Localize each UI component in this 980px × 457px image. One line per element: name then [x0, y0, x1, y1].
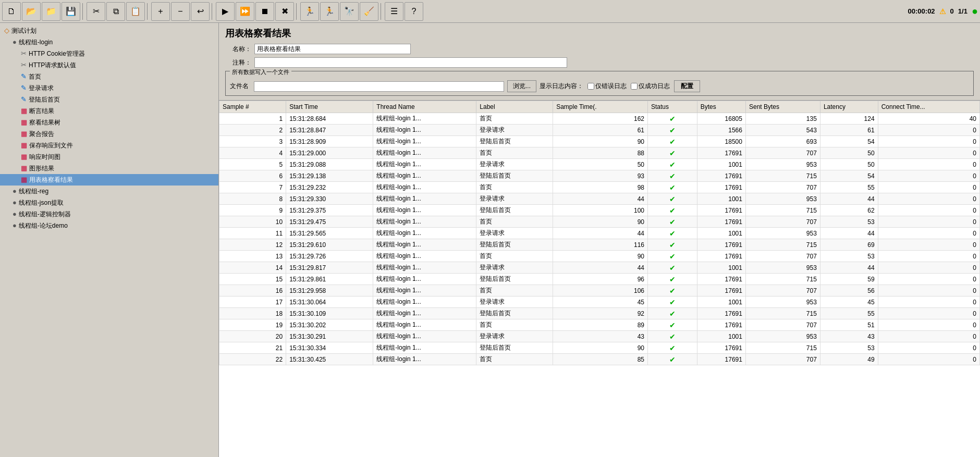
- help-button[interactable]: ?: [405, 2, 423, 21]
- table-row[interactable]: 2115:31:30.334线程组-login 1...登陆后首页90✔1769…: [219, 342, 980, 354]
- table-row[interactable]: 1215:31:29.610线程组-login 1...登陆后首页116✔176…: [219, 239, 980, 251]
- start-no-pause-button[interactable]: ⏩: [236, 2, 254, 21]
- col-header-0[interactable]: Sample #: [219, 101, 286, 113]
- sidebar-item-thread-group-logic[interactable]: ●线程组-逻辑控制器: [0, 208, 218, 220]
- table-row[interactable]: 115:31:28.684线程组-login 1...首页162✔1680513…: [219, 113, 980, 125]
- undo-button[interactable]: ↩: [191, 2, 210, 21]
- table-row[interactable]: 1615:31:29.958线程组-login 1...首页106✔176917…: [219, 285, 980, 297]
- file-name-input[interactable]: [254, 81, 504, 92]
- table-row[interactable]: 915:31:29.375线程组-login 1...登陆后首页100✔1769…: [219, 205, 980, 216]
- name-input[interactable]: [254, 44, 411, 54]
- add-button[interactable]: +: [151, 2, 170, 21]
- table-cell-18-8: 51: [820, 319, 878, 331]
- open-button[interactable]: 📁: [42, 2, 60, 21]
- table-row[interactable]: 815:31:29.330线程组-login 1...登录请求44✔100195…: [219, 193, 980, 205]
- shutdown-button[interactable]: ✖: [275, 2, 294, 21]
- cut-button[interactable]: ✂: [87, 2, 105, 21]
- table-row[interactable]: 515:31:29.088线程组-login 1...登录请求50✔100195…: [219, 159, 980, 170]
- sidebar-item-aggregate-report[interactable]: ▦聚合报告: [0, 128, 218, 140]
- table-row[interactable]: 2015:31:30.291线程组-login 1...登录请求43✔10019…: [219, 331, 980, 342]
- table-row[interactable]: 215:31:28.847线程组-login 1...登录请求61✔156654…: [219, 125, 980, 136]
- col-header-7[interactable]: Sent Bytes: [745, 101, 820, 113]
- table-cell-7-1: 15:31:29.330: [286, 193, 373, 205]
- table-cell-18-9: 0: [878, 319, 979, 331]
- browse1-button[interactable]: 🏃: [300, 2, 319, 21]
- col-header-3[interactable]: Label: [476, 101, 553, 113]
- error-log-checkbox-label[interactable]: 仅错误日志: [587, 82, 627, 91]
- col-header-6[interactable]: Bytes: [697, 101, 745, 113]
- col-header-4[interactable]: Sample Time(.: [553, 101, 648, 113]
- config-button[interactable]: 配置: [674, 80, 700, 92]
- table-cell-3-7: 707: [745, 147, 820, 159]
- sidebar-item-thread-group-forum[interactable]: ●线程组-论坛demo: [0, 220, 218, 231]
- table-row[interactable]: 1415:31:29.817线程组-login 1...登录请求44✔10019…: [219, 262, 980, 274]
- sidebar-item-assert-result[interactable]: ▦断言结果: [0, 105, 218, 117]
- col-header-9[interactable]: Connect Time...: [878, 101, 979, 113]
- sidebar-item-thread-group-reg[interactable]: ●线程组-reg: [0, 186, 218, 197]
- table-cell-16-9: 0: [878, 297, 979, 308]
- open-template-button[interactable]: 📂: [22, 2, 41, 21]
- col-header-2[interactable]: Thread Name: [373, 101, 476, 113]
- table-cell-1-9: 0: [878, 125, 979, 136]
- sidebar-item-graph-result[interactable]: ▦图形结果: [0, 163, 218, 174]
- thread-count: 1/1: [958, 7, 967, 15]
- sidebar-item-thread-group-login[interactable]: ●线程组-login: [0, 36, 218, 48]
- col-header-5[interactable]: Status: [648, 101, 697, 113]
- search-button[interactable]: 🔭: [340, 2, 359, 21]
- tree-icon-post-login-home: ✎: [21, 95, 27, 104]
- tree-icon-assert-result: ▦: [21, 106, 27, 116]
- table-row[interactable]: 615:31:29.138线程组-login 1...登陆后首页93✔17691…: [219, 170, 980, 182]
- sidebar-item-http-cookie[interactable]: ✂HTTP Cookie管理器: [0, 48, 218, 59]
- table-row[interactable]: 1515:31:29.861线程组-login 1...登陆后首页96✔1769…: [219, 274, 980, 285]
- table-header-row: Sample #Start TimeThread NameLabelSample…: [219, 101, 980, 113]
- table-row[interactable]: 315:31:28.909线程组-login 1...登陆后首页90✔18500…: [219, 136, 980, 147]
- sidebar-label-aggregate-report: 聚合报告: [29, 129, 54, 139]
- col-header-1[interactable]: Start Time: [286, 101, 373, 113]
- table-cell-10-2: 线程组-login 1...: [373, 228, 476, 239]
- comment-input[interactable]: [254, 57, 567, 68]
- sidebar-item-homepage[interactable]: ✎首页: [0, 71, 218, 82]
- sidebar-item-http-default[interactable]: ✂HTTP请求默认值: [0, 59, 218, 71]
- col-header-8[interactable]: Latency: [820, 101, 878, 113]
- sidebar-item-save-response[interactable]: ▦保存响应到文件: [0, 140, 218, 151]
- table-row[interactable]: 1915:31:30.202线程组-login 1...首页89✔1769170…: [219, 319, 980, 331]
- table-cell-14-0: 15: [219, 274, 286, 285]
- sidebar-item-test-plan[interactable]: ◇测试计划: [0, 25, 218, 36]
- list-button[interactable]: ☰: [385, 2, 403, 21]
- sidebar-item-login-request[interactable]: ✎登录请求: [0, 82, 218, 94]
- success-log-checkbox[interactable]: [631, 83, 638, 90]
- table-cell-20-6: 17691: [697, 342, 745, 354]
- remove-button[interactable]: −: [171, 2, 190, 21]
- table-cell-10-0: 11: [219, 228, 286, 239]
- paste-button[interactable]: 📋: [126, 2, 145, 21]
- error-log-checkbox[interactable]: [587, 83, 594, 90]
- new-button[interactable]: 🗋: [2, 2, 21, 21]
- file-group: 所有数据写入一个文件 文件名 浏览... 显示日志内容： 仅错误日志 仅成功日志: [225, 71, 974, 96]
- table-cell-4-9: 0: [878, 159, 979, 170]
- table-area[interactable]: Sample #Start TimeThread NameLabelSample…: [219, 101, 980, 457]
- save-button[interactable]: 💾: [62, 2, 80, 21]
- sidebar-item-table-result[interactable]: ▦用表格察看结果: [0, 174, 218, 186]
- table-row[interactable]: 715:31:29.232线程组-login 1...首页98✔17691707…: [219, 182, 980, 193]
- sidebar-item-thread-group-json[interactable]: ●线程组-json提取: [0, 197, 218, 208]
- browse-button[interactable]: 浏览...: [507, 80, 536, 92]
- success-log-checkbox-label[interactable]: 仅成功日志: [631, 82, 670, 91]
- browse2-button[interactable]: 🏃: [320, 2, 339, 21]
- table-row[interactable]: 1115:31:29.565线程组-login 1...登录请求44✔10019…: [219, 228, 980, 239]
- copy-button[interactable]: ⧉: [106, 2, 125, 21]
- table-row[interactable]: 415:31:29.000线程组-login 1...首页88✔17691707…: [219, 147, 980, 159]
- table-row[interactable]: 1315:31:29.726线程组-login 1...首页90✔1769170…: [219, 251, 980, 262]
- sidebar-item-post-login-home[interactable]: ✎登陆后首页: [0, 94, 218, 105]
- table-cell-4-1: 15:31:29.088: [286, 159, 373, 170]
- table-cell-18-1: 15:31:30.202: [286, 319, 373, 331]
- stop-button[interactable]: ⏹: [255, 2, 274, 21]
- table-row[interactable]: 1015:31:29.475线程组-login 1...首页90✔1769170…: [219, 216, 980, 228]
- start-button[interactable]: ▶: [216, 2, 235, 21]
- table-cell-2-2: 线程组-login 1...: [373, 136, 476, 147]
- table-row[interactable]: 2215:31:30.425线程组-login 1...首页85✔1769170…: [219, 354, 980, 365]
- table-row[interactable]: 1715:31:30.064线程组-login 1...登录请求45✔10019…: [219, 297, 980, 308]
- sidebar-item-view-result-tree[interactable]: ▦察看结果树: [0, 117, 218, 128]
- clear-button[interactable]: 🧹: [360, 2, 378, 21]
- table-row[interactable]: 1815:31:30.109线程组-login 1...登陆后首页92✔1769…: [219, 308, 980, 319]
- sidebar-item-response-time-chart[interactable]: ▦响应时间图: [0, 151, 218, 163]
